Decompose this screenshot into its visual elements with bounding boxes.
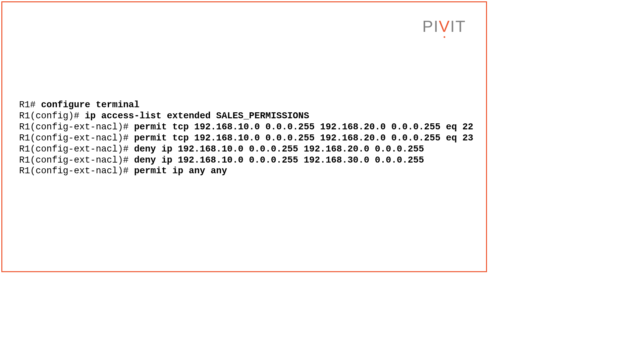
logo-dot-icon [444,36,445,38]
terminal-command: deny ip 192.168.10.0 0.0.0.255 192.168.3… [134,155,424,165]
terminal-command: permit tcp 192.168.10.0 0.0.0.255 192.16… [134,133,474,143]
logo-letter-t: T [455,18,466,35]
terminal-line: R1(config)# ip access-list extended SALE… [19,111,473,122]
terminal-prompt: R1(config-ext-nacl)# [19,155,134,165]
terminal-command: deny ip 192.168.10.0 0.0.0.255 192.168.2… [134,144,424,154]
logo-letter-i2: I [450,18,455,35]
terminal-line: R1(config-ext-nacl)# permit tcp 192.168.… [19,122,473,133]
terminal-command: configure terminal [41,100,140,110]
brand-logo: P I V I T [422,18,466,35]
logo-letter-i1: I [434,18,439,35]
terminal-line: R1# configure terminal [19,100,473,111]
terminal-line: R1(config-ext-nacl)# deny ip 192.168.10.… [19,144,473,155]
terminal-prompt: R1(config-ext-nacl)# [19,166,134,176]
slide-frame: P I V I T R1# configure terminal R1(conf… [1,1,487,272]
terminal-command: permit tcp 192.168.10.0 0.0.0.255 192.16… [134,122,474,132]
terminal-line: R1(config-ext-nacl)# deny ip 192.168.10.… [19,155,473,166]
terminal-command: ip access-list extended SALES_PERMISSION… [85,111,309,121]
terminal-prompt: R1(config)# [19,111,85,121]
terminal-prompt: R1# [19,100,41,110]
terminal-command: permit ip any any [134,166,227,176]
terminal-prompt: R1(config-ext-nacl)# [19,144,134,154]
terminal-output: R1# configure terminal R1(config)# ip ac… [19,100,473,177]
terminal-prompt: R1(config-ext-nacl)# [19,122,134,132]
terminal-line: R1(config-ext-nacl)# permit tcp 192.168.… [19,133,473,144]
logo-letter-v: V [439,18,450,35]
logo-letter-p: P [422,18,434,35]
terminal-line: R1(config-ext-nacl)# permit ip any any [19,166,473,177]
terminal-prompt: R1(config-ext-nacl)# [19,133,134,143]
